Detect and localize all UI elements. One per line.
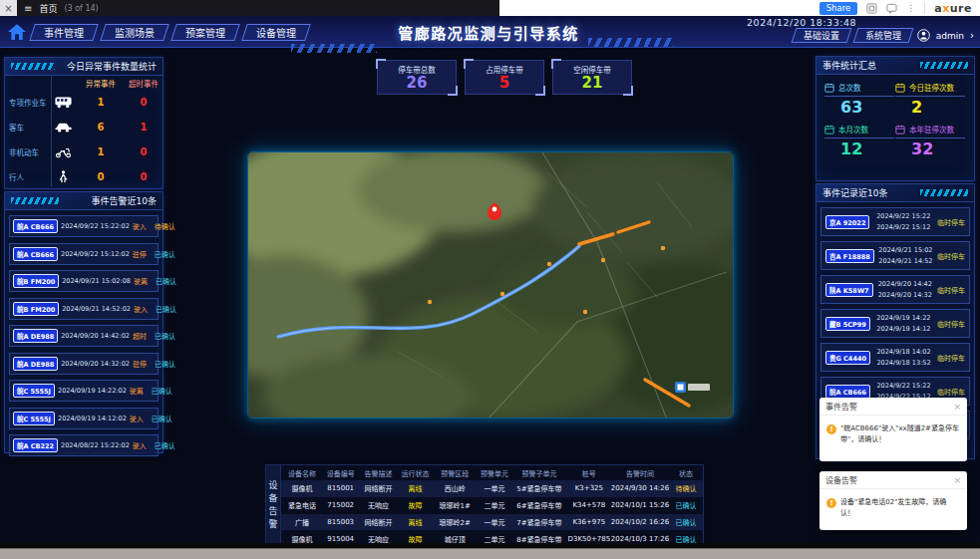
table-header-cell: 告警描述	[359, 465, 399, 480]
table-row[interactable]: 紧急电话715002无响应故障琅琊岭1#二单元6#紧急停车带K34+578202…	[281, 497, 703, 514]
table-cell: 6#紧急停车带	[511, 497, 567, 514]
event-type: 驻停	[133, 359, 148, 369]
event-alert-row[interactable]: 皖C 5555J 2024/09/19 14:12:02 驶入 已确认	[9, 408, 159, 429]
stat-box: 停车带总数 26	[377, 60, 457, 95]
hatch-decoration	[920, 189, 968, 196]
more-options-icon[interactable]: ⋮	[906, 3, 915, 13]
license-plate[interactable]: 皖C 5555J	[13, 384, 55, 398]
user-avatar-icon[interactable]	[917, 29, 930, 42]
category-label: 专项作业车	[5, 97, 49, 108]
close-icon[interactable]: ×	[953, 402, 961, 412]
panel-header: 事件统计汇总	[817, 57, 974, 75]
map-satellite[interactable]	[247, 151, 734, 419]
event-record-row[interactable]: 吉A F18888 2024/9/21 15:022024/9/21 14:52…	[820, 241, 970, 270]
event-record-row[interactable]: 贵G C4440 2024/9/18 14:022024/9/18 13:52 …	[820, 343, 970, 372]
table-cell: K34+578	[567, 497, 611, 514]
license-plate[interactable]: 陕A K58W7	[825, 283, 873, 297]
event-time: 2024/08/22 15:22:02	[61, 441, 130, 449]
status-badge: 已确认	[151, 331, 175, 341]
table-cell: 网络断开	[359, 480, 399, 497]
page-title-bar: ≡ 首页 (3 of 14)	[17, 0, 499, 16]
summary-value: 12	[840, 141, 895, 157]
license-plate[interactable]: 皖B FM200	[13, 274, 59, 288]
calendar-icon	[895, 83, 905, 93]
page-count: (3 of 14)	[64, 4, 98, 13]
console-icon[interactable]	[866, 3, 877, 14]
summary-label: 本月次数	[838, 124, 868, 135]
settings-nav-button[interactable]: 基础设置	[791, 28, 851, 43]
event-alert-row[interactable]: 皖A DE988 2024/09/20 14:32:02 驻停 已确认	[9, 353, 159, 375]
category-icon	[49, 145, 77, 158]
nav-button[interactable]: 监测场景	[100, 24, 169, 41]
license-plate[interactable]: 皖A DE988	[13, 329, 58, 343]
license-plate[interactable]: 皖A CB666	[825, 385, 870, 399]
abnormal-rows: 专项作业车 1 0 客车 6 1 非机动车 1 0 行人	[5, 90, 163, 189]
table-header-cell: 预警子单元	[511, 465, 567, 480]
category-label: 行人	[5, 171, 49, 182]
abnormal-count: 1	[77, 146, 125, 157]
summary-item: 本月次数 12	[824, 124, 895, 157]
event-time: 2024/09/21 15:02:08	[62, 277, 131, 285]
stat-row: 专项作业车 1 0	[5, 90, 163, 115]
panel-title: 今日异常事件数量统计	[67, 60, 157, 73]
stat-box: 空闲停车带 21	[552, 60, 632, 95]
user-menu-arrow-icon[interactable]: ›	[970, 30, 974, 41]
license-plate[interactable]: 皖A CB666	[13, 219, 58, 233]
license-plate[interactable]: 京A 92022	[825, 215, 869, 229]
category-icon	[49, 170, 77, 183]
nav-button[interactable]: 设备管理	[241, 24, 311, 41]
summary-label: 今日驻停次数	[909, 82, 954, 93]
summary-item: 今日驻停次数 2	[895, 82, 966, 116]
license-plate[interactable]: 皖A DE988	[13, 357, 58, 371]
event-time: 2024/09/22 15:22:02	[61, 222, 130, 230]
status-badge: 已确认	[148, 414, 172, 423]
event-alert-popup: 事件告警× !"皖ACB666"驶入"xx隧道2#紧急停车带"，请确认！	[819, 398, 967, 461]
status-badge: 已确认	[148, 386, 172, 396]
pipe-gallery-dashboard: × ≡ 首页 (3 of 14) Share ⋮ axure 事件管理监测场景预…	[0, 0, 980, 559]
event-alert-row[interactable]: 皖A CB666 2024/09/22 15:12:02 驻停 已确认	[9, 243, 159, 265]
calendar-icon	[824, 125, 834, 135]
table-side-label: 设备告警	[266, 465, 281, 547]
record-type: 临时停车	[937, 217, 965, 227]
nav-button[interactable]: 预案管理	[170, 24, 240, 41]
license-plate[interactable]: 贵G C4440	[825, 351, 870, 365]
event-record-row[interactable]: 藏B 5CP99 2024/9/19 14:222024/9/19 14:12 …	[820, 309, 970, 338]
settings-nav-button[interactable]: 系统管理	[852, 28, 913, 43]
nav-button[interactable]: 事件管理	[29, 24, 99, 41]
status-badge: 已确认	[151, 359, 175, 369]
popup-message: "皖ACB666"驶入"xx隧道2#紧急停车带"，请确认！	[840, 423, 960, 445]
share-button[interactable]: Share	[819, 2, 858, 15]
event-time: 2024/09/20 14:42:02	[61, 332, 130, 340]
license-plate[interactable]: 皖A CB222	[13, 438, 58, 452]
event-alert-row[interactable]: 皖B FM200 2024/09/21 15:02:08 驶离 已确认	[9, 270, 159, 292]
event-time: 2024/09/22 15:12:02	[61, 250, 130, 258]
table-header-cell: 预警单元	[478, 465, 511, 480]
event-alert-row[interactable]: 皖B FM200 2024/09/21 14:52:02 驶入 已确认	[9, 298, 159, 320]
table-row[interactable]: 广播815003网络断开离线琅琊岭2#一单元7#紧急停车带K36+9752024…	[281, 514, 703, 531]
abnormal-events-panel: 今日异常事件数量统计 异常事件 超时事件 专项作业车 1 0 客车 6 1 非	[4, 57, 163, 189]
event-record-row[interactable]: 京A 92022 2024/9/22 15:222024/9/22 15:12 …	[820, 207, 970, 236]
event-type: 驶入	[133, 221, 148, 231]
license-plate[interactable]: 皖A CB666	[13, 247, 58, 261]
event-alerts-panel: 事件告警近10条 皖A CB666 2024/09/22 15:22:02 驶入…	[4, 191, 163, 453]
hatch-decoration	[920, 62, 968, 69]
home-icon[interactable]	[8, 24, 26, 40]
event-alert-row[interactable]: 皖C 5555J 2024/09/19 14:22:02 驶离 已确认	[9, 380, 159, 402]
close-icon[interactable]: ×	[953, 475, 961, 485]
comment-icon[interactable]	[886, 3, 897, 14]
username[interactable]: admin	[936, 31, 964, 41]
event-record-row[interactable]: 陕A K58W7 2024/9/20 14:422024/9/20 14:32 …	[820, 275, 970, 304]
license-plate[interactable]: 吉A F18888	[825, 249, 874, 263]
event-alert-row[interactable]: 皖A CB666 2024/09/22 15:22:02 驶入 待确认	[9, 215, 159, 237]
event-alert-row[interactable]: 皖A CB222 2024/08/22 15:22:02 驶入 已确认	[9, 434, 159, 456]
record-type: 临时停车	[937, 353, 965, 363]
table-row[interactable]: 摄像机815001网络断开离线西山岭一单元5#紧急停车带K3+3252024/9…	[281, 480, 703, 497]
license-plate[interactable]: 皖B FM200	[13, 302, 59, 316]
sitemap-menu-icon[interactable]: ≡	[24, 3, 32, 14]
close-icon[interactable]: ×	[0, 0, 17, 16]
summary-label: 总次数	[838, 82, 861, 93]
record-type: 临时停车	[937, 319, 965, 329]
license-plate[interactable]: 藏B 5CP99	[825, 317, 870, 331]
event-alert-row[interactable]: 皖A DE988 2024/09/20 14:42:02 超时 已确认	[9, 325, 159, 347]
license-plate[interactable]: 皖C 5555J	[13, 412, 55, 425]
